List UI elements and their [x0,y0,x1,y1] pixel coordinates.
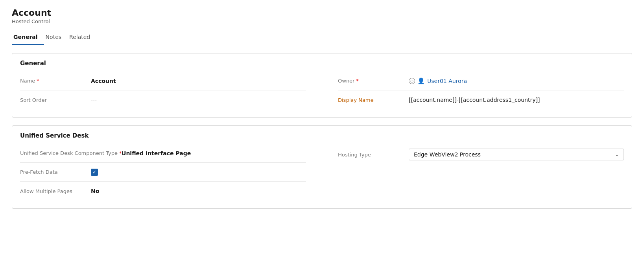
page-subtitle: Hosted Control [12,18,632,24]
field-allow-multiple: Allow Multiple Pages No [20,182,306,200]
field-prefetch: Pre-Fetch Data [20,163,306,182]
name-value: Account [91,78,306,84]
allow-multiple-label: Allow Multiple Pages [20,188,91,194]
field-sort-order: Sort Order --- [20,90,306,109]
general-section-title: General [20,60,624,67]
prefetch-checkbox[interactable] [91,169,98,176]
general-right-col: Owner * ○ 👤 User01 Aurora Display Name [… [322,72,624,109]
field-hosting-type: Hosting Type Edge WebView2 Process ⌄ [338,144,624,165]
owner-label: Owner * [338,78,409,84]
usd-left-col: Unified Service Desk Component Type * Un… [20,144,322,200]
prefetch-label: Pre-Fetch Data [20,169,91,175]
usd-right-col: Hosting Type Edge WebView2 Process ⌄ [322,144,624,200]
general-section: General Name * Account Sort Order --- [12,53,632,118]
hosting-type-label: Hosting Type [338,152,409,158]
field-name: Name * Account [20,72,306,90]
prefetch-value [91,169,306,176]
owner-value: ○ 👤 User01 Aurora [409,77,624,85]
usd-section: Unified Service Desk Unified Service Des… [12,125,632,209]
tab-general[interactable]: General [12,31,44,45]
tab-notes[interactable]: Notes [44,31,68,45]
chevron-down-icon: ⌄ [615,152,619,157]
usd-section-title: Unified Service Desk [20,132,624,139]
field-display-name: Display Name [[account.name]]-[[account.… [338,90,624,109]
hosting-type-value: Edge WebView2 Process ⌄ [409,149,624,160]
component-type-label: Unified Service Desk Component Type * [20,150,122,156]
hosting-type-select[interactable]: Edge WebView2 Process ⌄ [409,149,624,160]
field-owner: Owner * ○ 👤 User01 Aurora [338,72,624,90]
general-left-col: Name * Account Sort Order --- [20,72,322,109]
sort-order-value: --- [91,97,306,103]
component-type-value: Unified Interface Page [122,150,306,156]
owner-required: * [356,78,358,84]
tabs-bar: General Notes Related [12,31,632,45]
person-icon: 👤 [417,77,425,85]
page-header: Account Hosted Control General Notes Rel… [0,0,644,45]
allow-multiple-value: No [91,188,306,194]
tab-related[interactable]: Related [68,31,96,45]
main-content: General Name * Account Sort Order --- [0,45,644,217]
name-label: Name * [20,78,91,84]
name-required: * [37,78,39,84]
display-name-label: Display Name [338,97,409,103]
sort-order-label: Sort Order [20,97,91,103]
field-component-type: Unified Service Desk Component Type * Un… [20,144,306,163]
owner-circle-icon: ○ [409,78,415,84]
display-name-value: [[account.name]]-[[account.address1_coun… [409,97,624,103]
page-title: Account [12,8,632,18]
